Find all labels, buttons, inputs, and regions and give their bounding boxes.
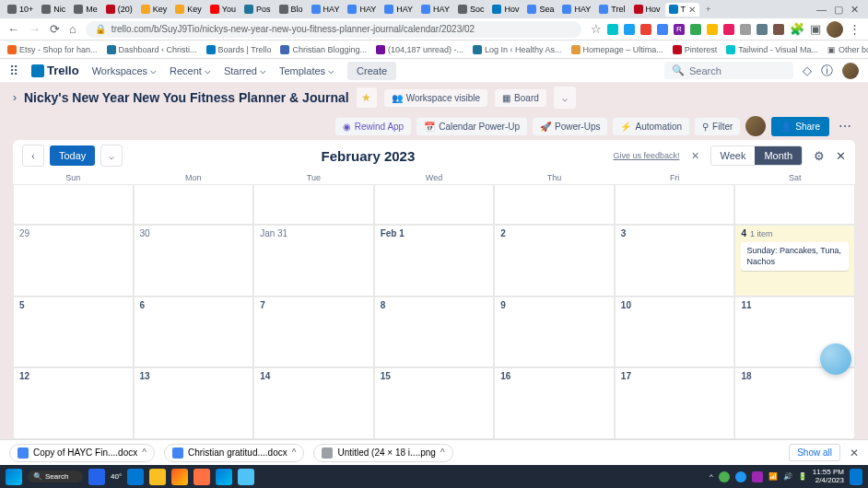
- notifications-icon[interactable]: [850, 469, 862, 485]
- volume-icon[interactable]: 🔊: [783, 472, 792, 481]
- bookmark-item[interactable]: Christian Blogging...: [280, 45, 367, 54]
- chevron-up-icon[interactable]: ^: [142, 447, 147, 458]
- today-button[interactable]: Today: [50, 145, 95, 166]
- calendar-cell[interactable]: 6: [134, 296, 254, 368]
- rewind-button[interactable]: ◉ Rewind App: [335, 118, 411, 135]
- show-all-button[interactable]: Show all: [789, 444, 840, 461]
- browser-tab[interactable]: T✕: [665, 3, 700, 17]
- calendar-cell[interactable]: [494, 184, 615, 225]
- url-field[interactable]: 🔒 trello.com/b/SuyJ9Tio/nickys-new-year-…: [86, 21, 581, 38]
- ext-icon[interactable]: [690, 24, 701, 35]
- start-button[interactable]: [6, 469, 22, 485]
- search-input[interactable]: 🔍 Search: [664, 62, 793, 79]
- board-menu-button[interactable]: ⋯: [835, 119, 855, 134]
- browser-tab[interactable]: Key: [137, 3, 171, 16]
- bookmark-item[interactable]: (104,187 unread) -...: [376, 45, 463, 54]
- calendar-cell[interactable]: 2: [494, 225, 615, 296]
- calendar-cell[interactable]: 30: [134, 225, 254, 296]
- browser-tab[interactable]: Pos: [240, 3, 275, 16]
- week-view-button[interactable]: Week: [711, 146, 756, 165]
- user-avatar[interactable]: [842, 63, 859, 79]
- chevron-up-icon[interactable]: ^: [292, 447, 297, 458]
- weather-widget[interactable]: [88, 469, 105, 485]
- trello-logo[interactable]: Trello: [31, 64, 79, 77]
- header-menu-workspaces[interactable]: Workspaces⌵: [92, 64, 157, 76]
- bookmark-item[interactable]: Etsy - Shop for han...: [7, 45, 98, 54]
- browser-tab[interactable]: HAY: [558, 3, 594, 16]
- prev-button[interactable]: ‹: [22, 145, 44, 167]
- calendar-cell[interactable]: 13: [134, 367, 254, 439]
- extensions-menu-icon[interactable]: 🧩: [790, 22, 804, 36]
- ext-icon[interactable]: [723, 24, 734, 35]
- star-board-button[interactable]: ★: [357, 87, 377, 108]
- ext-icon[interactable]: [707, 24, 718, 35]
- calendar-cell[interactable]: 12: [13, 367, 134, 439]
- apps-grid-icon[interactable]: ⠿: [9, 64, 18, 78]
- taskbar-search[interactable]: 🔍 Search: [28, 471, 83, 482]
- ext-icon[interactable]: [757, 24, 768, 35]
- clock[interactable]: 11:55 PM 2/4/2023: [813, 469, 844, 485]
- header-menu-starred[interactable]: Starred⌵: [224, 64, 266, 76]
- powerups-button[interactable]: 🚀 Power-Ups: [533, 118, 607, 135]
- browser-tab[interactable]: HAY: [417, 3, 453, 16]
- calendar-cell[interactable]: 10: [615, 296, 735, 368]
- help-fab[interactable]: [820, 343, 851, 375]
- browser-tab[interactable]: (20): [102, 3, 136, 16]
- browser-tab[interactable]: HAY: [344, 3, 380, 16]
- profile-avatar[interactable]: [827, 21, 843, 38]
- browser-tab[interactable]: You: [206, 3, 240, 16]
- maximize-button[interactable]: ▢: [834, 4, 843, 16]
- ext-icon[interactable]: [624, 24, 635, 35]
- notifications-icon[interactable]: ◇: [803, 64, 812, 77]
- month-view-button[interactable]: Month: [755, 146, 802, 165]
- reload-button[interactable]: ⟳: [50, 22, 60, 36]
- weather-temp[interactable]: 40°: [111, 472, 122, 481]
- tray-chevron-icon[interactable]: ^: [710, 472, 713, 481]
- close-downloads-button[interactable]: ✕: [850, 447, 859, 459]
- bookmark-item[interactable]: Pinterest: [673, 45, 718, 54]
- calendar-cell[interactable]: [13, 184, 134, 225]
- help-icon[interactable]: ⓘ: [821, 63, 833, 79]
- app-icon[interactable]: [238, 469, 254, 485]
- browser-tab[interactable]: 10+: [4, 3, 37, 16]
- bookmark-item[interactable]: Tailwind - Visual Ma...: [726, 45, 818, 54]
- calendar-cell[interactable]: 18: [734, 367, 855, 439]
- browser-tab[interactable]: Hov: [488, 3, 522, 16]
- calendar-cell[interactable]: 5: [13, 296, 134, 368]
- calendar-cell[interactable]: [134, 184, 254, 225]
- tray-icon[interactable]: [752, 471, 763, 482]
- calendar-cell[interactable]: 7: [253, 296, 374, 368]
- new-tab-button[interactable]: +: [700, 5, 716, 14]
- calendar-cell[interactable]: Feb 1: [374, 225, 495, 296]
- browser-tab[interactable]: Soc: [454, 3, 488, 16]
- bookmark-item[interactable]: Homepage – Ultima...: [571, 45, 663, 54]
- calendar-cell[interactable]: 41 itemSunday: Pancakes, Tuna, Nachos: [734, 225, 855, 296]
- edge-icon[interactable]: [216, 469, 232, 485]
- close-calendar-button[interactable]: ✕: [836, 149, 846, 163]
- browser-tab[interactable]: Sea: [523, 3, 557, 16]
- explorer-icon[interactable]: [149, 469, 166, 485]
- forward-button[interactable]: →: [29, 22, 41, 36]
- browser-tab[interactable]: Trel: [595, 3, 628, 16]
- minimize-button[interactable]: —: [816, 4, 827, 16]
- battery-icon[interactable]: 🔋: [798, 472, 807, 481]
- create-button[interactable]: Create: [347, 62, 396, 80]
- tray-icon[interactable]: [719, 471, 730, 482]
- bookmark-folder-icon[interactable]: ▣: [810, 22, 821, 36]
- browser-tab[interactable]: Nic: [38, 3, 69, 16]
- calendar-card[interactable]: Sunday: Pancakes, Tuna, Nachos: [741, 242, 849, 271]
- ext-icon[interactable]: [657, 24, 668, 35]
- calendar-cell[interactable]: [253, 184, 374, 225]
- task-view-icon[interactable]: [127, 469, 144, 485]
- view-dropdown-button[interactable]: ⌵: [554, 87, 576, 109]
- download-item[interactable]: Copy of HAYC Fin....docx^: [9, 444, 155, 462]
- calendar-cell[interactable]: 3: [615, 225, 735, 296]
- ext-icon[interactable]: [740, 24, 751, 35]
- ext-icon[interactable]: R: [674, 24, 685, 35]
- wifi-icon[interactable]: 📶: [768, 472, 778, 481]
- browser-tab[interactable]: Me: [70, 3, 101, 16]
- bookmark-item[interactable]: Dashboard ‹ Christi...: [107, 45, 197, 54]
- workspace-visible-button[interactable]: 👥 Workspace visible: [384, 89, 487, 107]
- calendar-cell[interactable]: 9: [494, 296, 615, 368]
- browser-menu-icon[interactable]: ⋮: [849, 22, 861, 36]
